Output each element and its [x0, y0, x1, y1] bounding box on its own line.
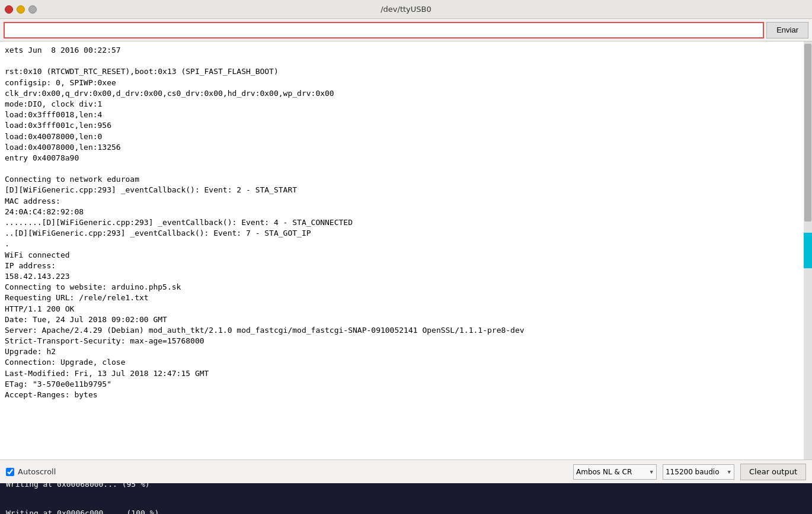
close-button[interactable] — [5, 5, 13, 14]
flash-bar: Writing at 0x00068000... (95 %) Writing … — [0, 483, 812, 514]
autoscroll-text: Autoscroll — [18, 467, 56, 476]
clear-output-button[interactable]: Clear output — [740, 464, 806, 480]
scrollbar-track[interactable] — [804, 41, 812, 460]
scrollbar-thumb — [804, 44, 811, 221]
serial-output[interactable]: xets Jun 8 2016 00:22:57 rst:0x10 (RTCWD… — [0, 41, 804, 460]
flash-line-1: Writing at 0x00068000... (95 %) — [6, 483, 159, 490]
title-bar: /dev/ttyUSB0 — [0, 0, 812, 19]
scrollbar-accent — [804, 233, 812, 268]
serial-input[interactable] — [4, 22, 764, 38]
baud-rate-select[interactable]: 300 1200 2400 4800 9600 19200 38400 5760… — [663, 464, 734, 480]
output-area: xets Jun 8 2016 00:22:57 rst:0x10 (RTCWD… — [0, 41, 812, 460]
input-row: Enviar — [0, 19, 812, 41]
send-button[interactable]: Enviar — [766, 22, 808, 38]
baud-rate-wrapper: 300 1200 2400 4800 9600 19200 38400 5760… — [663, 464, 734, 480]
autoscroll-label: Autoscroll — [6, 467, 56, 476]
main-window: /dev/ttyUSB0 Enviar xets Jun 8 2016 00:2… — [0, 0, 812, 514]
window-controls — [5, 5, 37, 14]
flash-text: Writing at 0x00068000... (95 %) Writing … — [6, 483, 159, 514]
maximize-button[interactable] — [28, 5, 37, 14]
line-ending-wrapper: Sin ajuste de línea Newline Carriage ret… — [573, 464, 657, 480]
line-ending-select[interactable]: Sin ajuste de línea Newline Carriage ret… — [573, 464, 657, 480]
autoscroll-checkbox[interactable] — [6, 468, 14, 476]
minimize-button[interactable] — [17, 5, 25, 14]
flash-line-2: Writing at 0x0006c000... (100 %) — [6, 507, 159, 514]
window-title: /dev/ttyUSB0 — [381, 5, 431, 14]
bottom-bar: Autoscroll Sin ajuste de línea Newline C… — [0, 460, 812, 483]
